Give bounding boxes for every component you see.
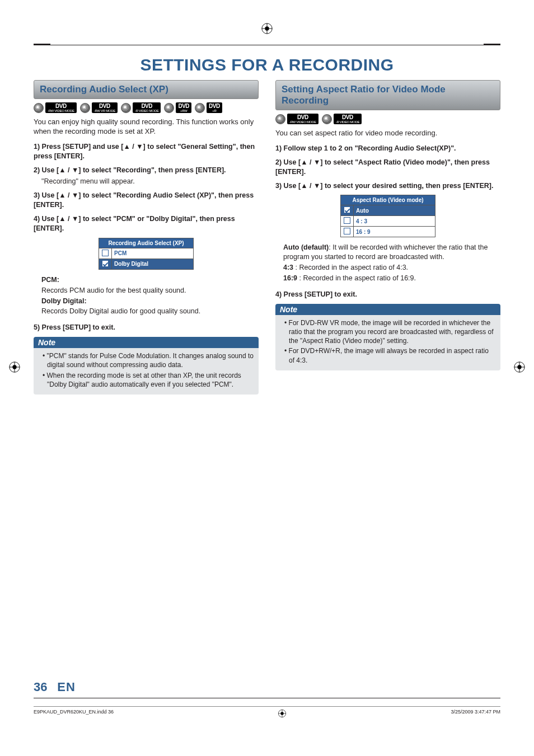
page-footer: 36 EN <box>34 680 500 694</box>
page-lang: EN <box>57 680 76 694</box>
step-3-right: 3) Use [▲ / ▼] to select your desired se… <box>275 182 493 190</box>
menu-aspect-ratio: Aspect Ratio (Video mode) Auto 4 : 3 16 … <box>340 195 435 237</box>
menu-row-43-label: 4 : 3 <box>354 216 435 227</box>
badge-dvd-rw-video-r: DVD-RW VIDEO MODE <box>275 114 318 124</box>
note-header-right: Note <box>275 304 500 315</box>
badge-dvd-plus-rw: DVD+RW <box>164 102 191 113</box>
bottom-rule <box>34 698 500 698</box>
svg-point-1 <box>265 26 269 30</box>
step-2-sub-left: "Recording" menu will appear. <box>41 177 259 186</box>
intro-text-left: You can enjoy high quality sound recordi… <box>34 118 259 137</box>
badge-dvd-plus-r: DVD+R <box>195 102 222 113</box>
disc-badges-left: DVD-RW VIDEO MODE DVD-RW VR MODE DVD-R V… <box>34 102 259 113</box>
note-right-2: For DVD+RW/+R, the image will always be … <box>284 346 496 364</box>
right-column: Setting Aspect Ratio for Video Mode Reco… <box>275 80 500 395</box>
step-1-right: 1) Follow step 1 to 2 on "Recording Audi… <box>275 144 456 152</box>
crop-mark <box>34 44 50 45</box>
footer-line: E9PKAUD_DVR620KU_EN.indd 36 3/25/2009 3:… <box>34 706 500 718</box>
pcm-desc: Records PCM audio for the best quality s… <box>41 286 259 295</box>
step-4-left: 4) Use [▲ / ▼] to select "PCM" or "Dolby… <box>34 215 235 232</box>
page-number: 36 <box>34 680 47 694</box>
dolby-label: Dolby Digital: <box>41 297 87 305</box>
registration-mark-bottom <box>278 709 287 718</box>
menu-row-dolby-check <box>99 259 112 269</box>
step-1-left: 1) Press [SETUP] and use [▲ / ▼] to sele… <box>34 143 255 160</box>
step-3-left: 3) Use [▲ / ▼] to select "Recording Audi… <box>34 191 254 209</box>
menu-row-pcm-check <box>99 248 112 259</box>
note-left-2: When the recording mode is set at other … <box>43 371 254 389</box>
crop-mark <box>484 44 500 45</box>
badge-dvd-r-video: DVD-R VIDEO MODE <box>121 102 161 113</box>
menu-row-auto-label: Auto <box>354 205 435 216</box>
top-rule <box>34 45 500 45</box>
menu-header-audio: Recording Audio Select (XP) <box>99 238 194 248</box>
r169-desc: : Recorded in the aspect ratio of 16:9. <box>299 274 416 282</box>
step-4-right: 4) Press [SETUP] to exit. <box>275 290 357 298</box>
menu-row-169-label: 16 : 9 <box>354 227 435 237</box>
intro-text-right: You can set aspect ratio for video mode … <box>275 129 500 138</box>
left-column: Recording Audio Select (XP) DVD-RW VIDEO… <box>34 80 259 395</box>
step-2-right: 2) Use [▲ / ▼] to select "Aspect Ratio (… <box>275 158 490 176</box>
note-left-1: "PCM" stands for Pulse Code Modulation. … <box>43 351 254 369</box>
section-header-audio: Recording Audio Select (XP) <box>34 80 259 99</box>
footer-file-ref: E9PKAUD_DVR620KU_EN.indd 36 <box>34 709 114 718</box>
r43-label: 4:3 <box>283 264 293 271</box>
step-5-left: 5) Press [SETUP] to exit. <box>34 323 115 331</box>
dolby-desc: Records Dolby Digital audio for good qua… <box>41 307 259 316</box>
r43-desc: : Recorded in the aspect ratio of 4:3. <box>296 264 409 271</box>
menu-row-dolby-label: Dolby Digital <box>112 259 194 269</box>
badge-dvd-rw-video: DVD-RW VIDEO MODE <box>34 102 77 113</box>
note-right-1: For DVD-RW VR mode, the image will be re… <box>284 318 496 346</box>
registration-mark-top <box>261 22 273 35</box>
menu-row-43-check <box>341 216 354 227</box>
menu-row-auto-check <box>341 205 354 216</box>
r169-label: 16:9 <box>283 274 297 282</box>
menu-row-169-check <box>341 227 354 237</box>
registration-mark-right <box>513 361 526 373</box>
footer-timestamp: 3/25/2009 3:47:47 PM <box>451 709 500 718</box>
pcm-label: PCM: <box>41 276 59 284</box>
disc-badges-right: DVD-RW VIDEO MODE DVD-R VIDEO MODE <box>275 114 500 124</box>
registration-mark-left <box>8 361 21 373</box>
note-header-left: Note <box>34 337 259 348</box>
auto-label: Auto (default) <box>283 243 329 251</box>
menu-header-aspect: Aspect Ratio (Video mode) <box>341 195 435 205</box>
badge-dvd-rw-vr: DVD-RW VR MODE <box>80 102 118 113</box>
page-title: SETTINGS FOR A RECORDING <box>34 55 500 74</box>
svg-point-3 <box>12 365 16 369</box>
section-header-aspect: Setting Aspect Ratio for Video Mode Reco… <box>275 80 500 110</box>
svg-point-7 <box>281 712 284 715</box>
note-body-left: "PCM" stands for Pulse Code Modulation. … <box>34 348 259 395</box>
badge-dvd-r-video-r: DVD-R VIDEO MODE <box>322 114 362 124</box>
svg-point-5 <box>517 365 521 369</box>
note-body-right: For DVD-RW VR mode, the image will be re… <box>275 315 500 370</box>
step-2-left: 2) Use [▲ / ▼] to select "Recording", th… <box>34 166 226 174</box>
menu-row-pcm-label: PCM <box>112 248 194 259</box>
menu-audio-select: Recording Audio Select (XP) PCM Dolby Di… <box>99 238 194 270</box>
